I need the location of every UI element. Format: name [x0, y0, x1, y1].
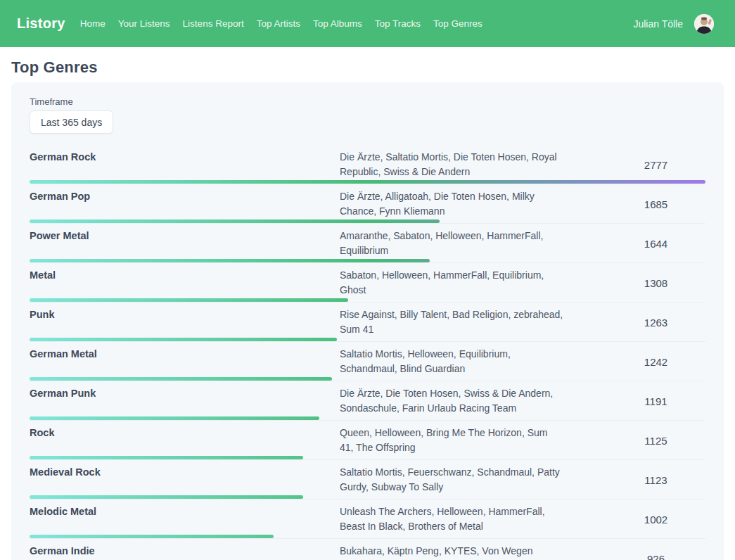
genre-count: 926 [606, 553, 705, 560]
genre-name: Melodic Metal [30, 504, 340, 534]
nav-item-top-genres[interactable]: Top Genres [433, 18, 482, 29]
genre-bar [30, 416, 319, 420]
genre-row: German Punk Die Ärzte, Die Toten Hosen, … [30, 381, 705, 421]
page-title: Top Genres [11, 58, 724, 77]
genre-bar [30, 180, 705, 184]
app-logo[interactable]: Listory [17, 15, 65, 32]
genre-count: 1308 [606, 277, 705, 289]
genre-name: Rock [30, 426, 340, 455]
genre-row: German Rock Die Ärzte, Saltatio Mortis, … [30, 145, 705, 184]
nav-item-your-listens[interactable]: Your Listens [118, 18, 170, 29]
nav-item-home[interactable]: Home [80, 18, 106, 29]
genre-bar [30, 456, 303, 459]
genre-name: Medieval Rock [30, 465, 340, 495]
user-name[interactable]: Julian Tölle [633, 18, 683, 30]
genre-bar [30, 535, 274, 538]
user-area: Julian Tölle [633, 14, 714, 34]
user-photo-icon [694, 14, 714, 34]
timeframe-filter: Timeframe Last 365 days [30, 96, 705, 134]
genre-row: German Pop Die Ärzte, Alligatoah, Die To… [30, 184, 705, 224]
nav-item-top-artists[interactable]: Top Artists [257, 18, 300, 29]
genre-count: 1242 [606, 356, 705, 368]
genre-artists: Die Ärzte, Alligatoah, Die Toten Hosen, … [340, 189, 563, 219]
genres-table: German Rock Die Ärzte, Saltatio Mortis, … [30, 145, 705, 560]
genre-name: German Pop [30, 189, 340, 219]
genre-bar [30, 495, 303, 499]
timeframe-select[interactable]: Last 365 days [30, 110, 113, 134]
genre-count: 1125 [606, 435, 705, 447]
genre-name: Metal [30, 268, 340, 298]
genre-artists: Saltatio Mortis, Feuerschwanz, Schandmau… [340, 465, 563, 495]
genre-artists: Saltatio Mortis, Helloween, Equilibrium,… [340, 347, 563, 376]
genre-artists: Unleash The Archers, Helloween, HammerFa… [340, 504, 563, 534]
genre-bar [30, 298, 348, 302]
nav-item-top-tracks[interactable]: Top Tracks [375, 18, 421, 29]
page-main: Top Genres Timeframe Last 365 days Germa… [0, 58, 735, 560]
genre-row: German Indie Bukahara, Käptn Peng, KYTES… [30, 539, 705, 560]
genre-name: German Metal [30, 347, 340, 376]
genre-row: German Metal Saltatio Mortis, Helloween,… [30, 342, 705, 381]
nav-item-top-albums[interactable]: Top Albums [313, 18, 362, 29]
top-genres-card: Timeframe Last 365 days German Rock Die … [11, 82, 724, 560]
genre-artists: Rise Against, Billy Talent, Bad Religion… [340, 307, 563, 337]
genre-name: Power Metal [30, 229, 340, 258]
genre-bar [30, 219, 440, 223]
genre-count: 1685 [606, 198, 705, 210]
main-nav: HomeYour ListensListens ReportTop Artist… [80, 18, 482, 29]
genre-bar [30, 259, 430, 262]
genre-row: Rock Queen, Helloween, Bring Me The Hori… [30, 421, 705, 460]
genre-row: Melodic Metal Unleash The Archers, Hello… [30, 499, 705, 539]
genre-artists: Queen, Helloween, Bring Me The Horizon, … [340, 426, 563, 455]
genre-artists: Die Ärzte, Saltatio Mortis, Die Toten Ho… [340, 150, 563, 179]
genre-bar [30, 338, 337, 341]
user-avatar[interactable] [694, 14, 714, 34]
genre-row: Metal Sabaton, Helloween, HammerFall, Eq… [30, 263, 705, 303]
genre-artists: Sabaton, Helloween, HammerFall, Equilibr… [340, 268, 563, 298]
genre-bar [30, 377, 332, 381]
genre-row: Medieval Rock Saltatio Mortis, Feuerschw… [30, 460, 705, 499]
genre-name: German Indie [30, 544, 340, 560]
genre-name: German Rock [30, 150, 340, 179]
app-header: Listory HomeYour ListensListens ReportTo… [0, 0, 735, 47]
genre-artists: Die Ärzte, Die Toten Hosen, Swiss & Die … [340, 386, 563, 416]
genre-count: 1002 [606, 514, 705, 526]
genre-name: Punk [30, 307, 340, 337]
genre-artists: Amaranthe, Sabaton, Helloween, HammerFal… [340, 229, 563, 258]
genre-row: Power Metal Amaranthe, Sabaton, Hellowee… [30, 224, 705, 263]
genre-count: 1191 [606, 395, 705, 407]
genre-count: 1123 [606, 474, 705, 486]
genre-artists: Bukahara, Käptn Peng, KYTES, Von Wegen L… [340, 544, 563, 560]
nav-item-listens-report[interactable]: Listens Report [183, 18, 244, 29]
genre-count: 2777 [606, 159, 705, 171]
genre-row: Punk Rise Against, Billy Talent, Bad Rel… [30, 303, 705, 342]
timeframe-label: Timeframe [30, 96, 705, 107]
genre-name: German Punk [30, 386, 340, 416]
genre-count: 1644 [606, 238, 705, 250]
genre-count: 1263 [606, 317, 705, 329]
